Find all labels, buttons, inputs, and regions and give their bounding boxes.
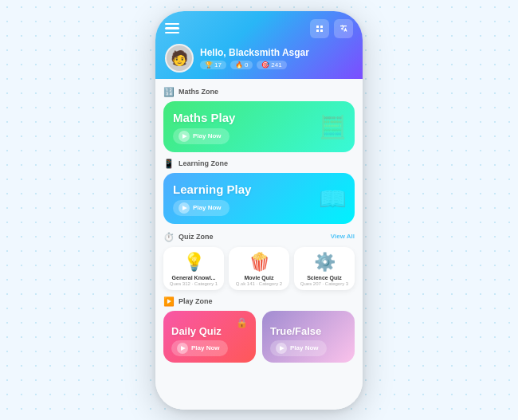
stats-row: 🏆 17 🔥 0 🎯 241	[200, 61, 353, 69]
play-zone-row: 🔒 Daily Quiz ▶ Play Now True/False ▶ Pla…	[163, 311, 355, 363]
lock-icon: 🔒	[236, 317, 248, 328]
phone-frame: 🧑 Hello, Blacksmith Asgar 🏆 17 🔥 0 🎯 2	[155, 11, 363, 410]
movie-quiz-meta: Q.sk 141 · Category 2	[236, 281, 282, 286]
svg-rect-1	[320, 26, 323, 28]
true-false-play-button[interactable]: ▶ Play Now	[270, 340, 327, 356]
quiz-zone-label: ⏱️ Quiz Zone	[163, 232, 214, 242]
greeting-text: Hello, Blacksmith Asgar	[200, 47, 353, 58]
quiz-card-general[interactable]: 💡 General Knowl... Ques 312 · Category 1	[163, 247, 224, 290]
daily-quiz-play-icon: ▶	[177, 343, 188, 354]
movie-quiz-title: Movie Quiz	[245, 275, 274, 281]
daily-quiz-card[interactable]: 🔒 Daily Quiz ▶ Play Now	[163, 311, 256, 363]
play-zone-label: ▶️ Play Zone	[163, 296, 355, 307]
quiz-zone-header: ⏱️ Quiz Zone View All	[163, 230, 355, 242]
science-quiz-title: Science Quiz	[307, 275, 342, 281]
general-quiz-emoji: 💡	[183, 252, 205, 273]
stat-target: 🎯 241	[257, 61, 286, 69]
science-quiz-meta: Ques 207 · Category 3	[300, 281, 348, 286]
general-quiz-title: General Knowl...	[172, 275, 216, 281]
true-false-title: True/False	[270, 325, 348, 337]
avatar: 🧑	[165, 44, 194, 73]
phone-header: 🧑 Hello, Blacksmith Asgar 🏆 17 🔥 0 🎯 2	[155, 11, 363, 79]
true-false-play-icon: ▶	[276, 343, 287, 354]
daily-quiz-play-button[interactable]: ▶ Play Now	[171, 340, 228, 356]
view-all-button[interactable]: View All	[331, 233, 355, 240]
main-content: 🔢 Maths Zone 🧮 Maths Play ▶ Play Now 📱 L…	[155, 79, 363, 410]
maths-card-deco: 🧮	[319, 113, 347, 139]
maths-play-card[interactable]: 🧮 Maths Play ▶ Play Now	[163, 101, 355, 152]
quiz-cards-row: 💡 General Knowl... Ques 312 · Category 1…	[163, 247, 355, 290]
translate-icon[interactable]	[334, 19, 353, 38]
stat-fire: 🔥 0	[230, 61, 253, 69]
learning-zone-label: 📱 Learning Zone	[163, 159, 355, 169]
maths-play-now-button[interactable]: ▶ Play Now	[173, 128, 230, 144]
general-quiz-meta: Ques 312 · Category 1	[170, 281, 218, 286]
true-false-card[interactable]: True/False ▶ Play Now	[262, 311, 355, 363]
learning-play-circle-icon: ▶	[179, 202, 190, 214]
movie-quiz-emoji: 🍿	[249, 252, 270, 273]
maths-play-circle-icon: ▶	[179, 131, 190, 142]
learning-play-now-button[interactable]: ▶ Play Now	[173, 200, 230, 216]
learning-card-deco: 📖	[319, 185, 347, 211]
quiz-card-science[interactable]: ⚙️ Science Quiz Ques 207 · Category 3	[294, 247, 355, 290]
science-quiz-emoji: ⚙️	[314, 252, 336, 273]
svg-rect-2	[316, 29, 319, 32]
notification-icon[interactable]	[310, 19, 329, 38]
hamburger-menu[interactable]	[165, 23, 179, 34]
maths-zone-label: 🔢 Maths Zone	[163, 87, 355, 97]
learning-play-card[interactable]: 📖 Learning Play ▶ Play Now	[163, 173, 355, 224]
quiz-card-movie[interactable]: 🍿 Movie Quiz Q.sk 141 · Category 2	[229, 247, 289, 290]
svg-rect-3	[320, 29, 323, 32]
stat-trophy: 🏆 17	[200, 61, 226, 69]
svg-rect-0	[316, 26, 319, 28]
